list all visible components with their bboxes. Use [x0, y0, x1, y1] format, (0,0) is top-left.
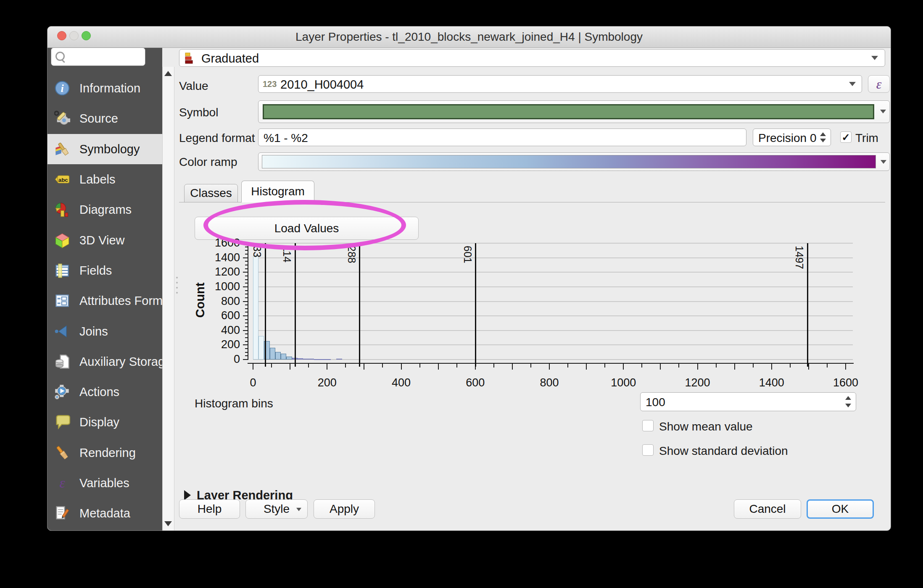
- y-minor-tick: [245, 326, 248, 327]
- spinner-arrows-icon[interactable]: [819, 129, 828, 146]
- sidebar-item-label: Metadata: [79, 507, 130, 520]
- sidebar-item-label: Symbology: [79, 142, 140, 156]
- legend-format-value: %1 - %2: [264, 131, 308, 145]
- x-tick: [530, 364, 531, 368]
- y-minor-tick: [245, 247, 248, 247]
- help-button[interactable]: Help: [179, 499, 240, 519]
- renderer-select[interactable]: Graduated: [179, 49, 885, 67]
- y-tick-label: 1400: [202, 251, 240, 264]
- x-tick: [697, 364, 698, 370]
- histogram-bins-spinner[interactable]: 100: [640, 392, 856, 411]
- y-tick-label: 800: [202, 295, 240, 308]
- y-minor-tick: [245, 333, 248, 334]
- histogram-bar: [258, 336, 264, 360]
- sidebar: iInformationSourceSymbologyabcLabelsDiag…: [47, 48, 162, 530]
- y-minor-tick: [245, 323, 248, 323]
- color-ramp-label: Color ramp: [179, 155, 237, 169]
- sidebar-item-diagrams[interactable]: Diagrams: [47, 194, 162, 225]
- collapse-arrow-icon[interactable]: [184, 490, 191, 500]
- sidebar-item-rendering[interactable]: Rendering: [47, 438, 162, 468]
- precision-spinner[interactable]: Precision 0: [753, 129, 831, 146]
- histogram-bins-label: Histogram bins: [195, 397, 273, 410]
- x-tick-label: 200: [302, 376, 352, 389]
- show-std-checkbox[interactable]: [642, 444, 654, 456]
- sidebar-item-source[interactable]: Source: [47, 103, 162, 134]
- numeric-field-icon: 123: [263, 79, 277, 89]
- color-ramp-selector[interactable]: [258, 152, 890, 171]
- gridline: [253, 315, 853, 316]
- sidebar-item-auxiliary-storage[interactable]: Auxiliary Storage: [47, 346, 162, 377]
- symbol-selector[interactable]: [258, 100, 890, 123]
- sidebar-scrollbar[interactable]: [162, 67, 174, 530]
- y-minor-tick: [245, 290, 248, 291]
- y-axis-line: [248, 243, 248, 360]
- sidebar-item-attributes-form[interactable]: Attributes Form: [47, 286, 162, 316]
- y-tick: [243, 257, 248, 258]
- sidebar-item-3d-view[interactable]: 3D View: [47, 225, 162, 255]
- metadata-icon: [54, 505, 70, 521]
- search-input[interactable]: [51, 47, 145, 66]
- title-bar[interactable]: Layer Properties - tl_2010_blocks_newark…: [47, 26, 891, 48]
- x-tick: [456, 364, 457, 368]
- x-tick-label: 600: [450, 376, 501, 389]
- joins-icon: [54, 323, 70, 339]
- chevron-down-icon: [880, 110, 886, 113]
- histogram-bar: [336, 359, 342, 360]
- y-minor-tick: [245, 337, 248, 338]
- display-icon: [54, 414, 70, 430]
- sidebar-item-label: Variables: [79, 476, 129, 490]
- scroll-down-icon[interactable]: [164, 521, 172, 526]
- show-mean-checkbox[interactable]: [642, 420, 654, 431]
- sidebar-item-symbology[interactable]: Symbology: [47, 134, 162, 164]
- x-tick: [567, 364, 568, 368]
- y-minor-tick: [245, 276, 248, 276]
- style-button[interactable]: Style: [245, 499, 308, 519]
- legend-format-input[interactable]: %1 - %2: [258, 129, 746, 146]
- show-mean-label: Show mean value: [659, 420, 753, 433]
- trim-label: Trim: [855, 131, 878, 145]
- x-tick: [327, 364, 327, 370]
- x-tick-label: 400: [376, 376, 427, 389]
- x-tick: [586, 364, 587, 370]
- y-minor-tick: [245, 304, 248, 305]
- x-axis-line: [248, 363, 854, 364]
- sidebar-item-labels[interactable]: abcLabels: [47, 164, 162, 194]
- x-tick: [734, 364, 735, 370]
- gridline: [253, 272, 853, 273]
- legend-format-label: Legend format: [179, 131, 255, 145]
- x-tick: [790, 364, 791, 368]
- expression-builder-button[interactable]: ε: [868, 75, 890, 93]
- sidebar-item-display[interactable]: Display: [47, 407, 162, 437]
- ok-button[interactable]: OK: [807, 499, 874, 519]
- tab-classes[interactable]: Classes: [184, 184, 238, 202]
- x-tick: [475, 364, 476, 370]
- x-tick: [308, 364, 309, 368]
- value-field-select[interactable]: 123 2010_H004004: [258, 75, 862, 93]
- cancel-button[interactable]: Cancel: [734, 499, 801, 519]
- sidebar-item-joins[interactable]: Joins: [47, 316, 162, 346]
- y-tick: [243, 330, 248, 331]
- layer-properties-dialog: Layer Properties - tl_2010_blocks_newark…: [47, 26, 891, 531]
- sidebar-item-variables[interactable]: εVariables: [47, 468, 162, 498]
- sidebar-item-metadata[interactable]: Metadata: [47, 498, 162, 528]
- sidebar-item-label: 3D View: [79, 233, 124, 247]
- sidebar-item-label: Information: [79, 81, 140, 95]
- y-tick: [243, 301, 248, 302]
- color-ramp-swatch: [262, 155, 876, 168]
- svg-text:i: i: [61, 82, 64, 94]
- attributes-form-icon: [54, 293, 70, 309]
- spinner-arrows-icon[interactable]: [844, 393, 853, 411]
- sidebar-item-fields[interactable]: Fields: [47, 255, 162, 286]
- sidebar-item-label: Diagrams: [79, 203, 132, 217]
- highlight-ellipse-annotation: [203, 200, 406, 250]
- trim-checkbox[interactable]: ✓: [840, 131, 852, 143]
- splitter-handle[interactable]: [176, 277, 178, 294]
- sidebar-item-actions[interactable]: Actions: [47, 377, 162, 407]
- apply-button[interactable]: Apply: [314, 499, 375, 519]
- scroll-up-icon[interactable]: [164, 71, 172, 76]
- x-tick: [808, 364, 809, 370]
- window-title: Layer Properties - tl_2010_blocks_newark…: [47, 26, 891, 47]
- sidebar-item-information[interactable]: iInformation: [47, 73, 162, 103]
- tab-histogram[interactable]: Histogram: [241, 181, 314, 202]
- y-tick-label: 400: [202, 324, 240, 337]
